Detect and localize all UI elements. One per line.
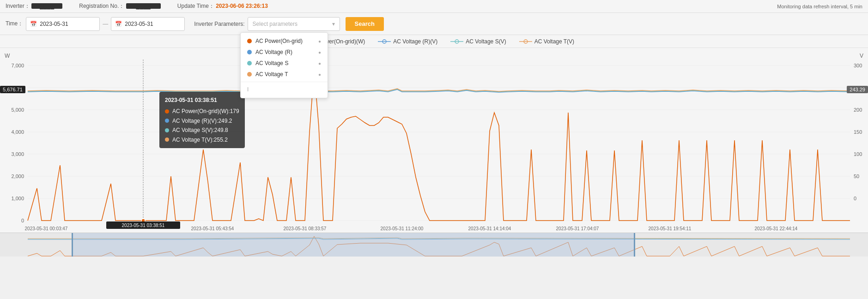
legend-ac-voltage-s: AC Voltage S(V) (450, 38, 506, 45)
tooltip-row-0: AC Power(On-grid)(W): 179 (165, 107, 239, 116)
legend-bar: AC Power(On-grid)(W) AC Voltage (R)(V) A… (0, 35, 868, 48)
dropdown-item-ac-power[interactable]: AC Power(On-grid) ● (241, 36, 328, 47)
mini-chart[interactable] (0, 233, 868, 257)
tooltip-timestamp: 2023-05-31 03:38:51 (165, 96, 239, 105)
search-button[interactable]: Search (346, 17, 384, 31)
calendar-icon-end: 📅 (115, 21, 122, 27)
reg-value: ████ (126, 3, 161, 9)
check-ac-voltage-t: ● (318, 72, 321, 77)
svg-text:300: 300 (854, 63, 862, 68)
reg-label: Registration No.： ████ (79, 2, 161, 10)
dropdown-menu: AC Power(On-grid) ● AC Voltage (R) ● AC … (240, 32, 328, 98)
tooltip-dot-2 (165, 128, 169, 132)
tooltip-row-1: AC Voltage (R)(V): 249.2 (165, 116, 239, 126)
dropdown-label-i: I (247, 86, 249, 93)
svg-text:7,000: 7,000 (11, 63, 24, 68)
dot-ac-voltage-r (247, 50, 252, 54)
legend-label-ac-voltage-r: AC Voltage (R)(V) (393, 38, 437, 45)
date-start-input[interactable]: 📅 2023-05-31 (26, 17, 100, 31)
tooltip-dot-0 (165, 109, 169, 114)
svg-text:1,000: 1,000 (11, 196, 24, 201)
dropdown-item-ac-voltage-r[interactable]: AC Voltage (R) ● (241, 47, 328, 58)
tooltip-label-2: AC Voltage S(V): (172, 126, 214, 135)
check-ac-voltage-r: ● (318, 50, 321, 55)
svg-text:4,000: 4,000 (11, 129, 24, 135)
ac-voltage-s-line (28, 87, 850, 92)
dropdown-item-i[interactable]: I (241, 84, 328, 95)
time-label: Time： (6, 20, 23, 28)
tooltip-row-2: AC Voltage S(V): 249.8 (165, 126, 239, 135)
tooltip-label-0: AC Power(On-grid)(W): (172, 107, 230, 116)
param-select-value: Select parameters (253, 21, 297, 27)
inverter-label: Inverter： ████ (6, 2, 62, 10)
legend-ac-voltage-r: AC Voltage (R)(V) (378, 38, 437, 45)
svg-text:2,000: 2,000 (11, 173, 24, 179)
dot-ac-power (247, 39, 252, 43)
dropdown-item-ac-voltage-t[interactable]: AC Voltage T ● (241, 69, 328, 80)
tooltip-value-2: 249.8 (214, 126, 228, 135)
tooltip-value-3: 255.2 (214, 135, 228, 144)
legend-ac-voltage-t: AC Voltage T(V) (519, 38, 574, 45)
right-value-box: 243.29 (847, 86, 868, 93)
svg-text:200: 200 (854, 107, 862, 113)
tooltip-row-3: AC Voltage T(V): 255.2 (165, 135, 239, 144)
ac-voltage-t-line (28, 87, 850, 91)
legend-line-ac-voltage-r (378, 39, 391, 44)
cursor-x-label: 2023-05-31 03:38:51 (122, 223, 165, 228)
x-tick-2: 2023-05-31 05:43:54 (191, 226, 234, 231)
svg-text:100: 100 (854, 151, 862, 157)
refresh-info: Monitoring data refresh interval, 5 min (777, 4, 862, 9)
tooltip-label-1: AC Voltage (R)(V): (172, 116, 218, 126)
chart-svg: 7,000 6,000 5,000 4,000 3,000 2,000 1,00… (0, 48, 868, 233)
left-value-box: 5,676.71 (0, 86, 25, 93)
ac-power-line (28, 70, 850, 221)
dropdown-item-ac-voltage-s[interactable]: AC Voltage S ● (241, 58, 328, 69)
svg-text:150: 150 (854, 129, 862, 135)
date-separator: — (103, 21, 108, 27)
tooltip-dot-3 (165, 138, 169, 142)
legend-label-ac-voltage-t: AC Voltage T(V) (534, 38, 574, 45)
tooltip-value-0: 179 (230, 107, 239, 116)
x-tick-8: 2023-05-31 22:44:14 (755, 226, 798, 231)
x-tick-6: 2023-05-31 17:04:07 (556, 226, 599, 231)
dropdown-label-ac-voltage-s: AC Voltage S (255, 60, 288, 66)
tooltip-value-1: 249.2 (218, 116, 232, 126)
tooltip-dot-1 (165, 119, 169, 123)
mini-chart-svg (0, 233, 868, 257)
svg-text:5,000: 5,000 (11, 107, 24, 113)
mini-scroll-right (634, 233, 635, 257)
date-start-value: 2023-05-31 (40, 21, 68, 27)
x-tick-7: 2023-05-31 19:54:11 (649, 226, 692, 231)
dropdown-label-ac-voltage-t: AC Voltage T (255, 71, 288, 78)
svg-text:0: 0 (21, 218, 24, 223)
chart-container: W V 5,676.71 243.29 7,000 6,000 5,000 4,… (0, 48, 868, 233)
legend-line-ac-voltage-t (519, 39, 532, 44)
update-time-value: 2023-06-06 23:26:13 (216, 3, 268, 9)
tooltip-box: 2023-05-31 03:38:51 AC Power(On-grid)(W)… (159, 92, 245, 148)
dot-ac-voltage-s (247, 61, 252, 66)
inverter-value: ████ (31, 3, 62, 9)
update-time-label: Update Time： 2023-06-06 23:26:13 (177, 2, 268, 10)
param-select-dropdown[interactable]: Select parameters ▾ (248, 17, 340, 31)
x-tick-4: 2023-05-31 11:24:00 (381, 226, 424, 231)
calendar-icon-start: 📅 (30, 21, 37, 27)
mini-scroll-left (72, 233, 73, 257)
dot-ac-voltage-t (247, 72, 252, 77)
top-bar: Inverter： ████ Registration No.： ████ Up… (0, 0, 868, 13)
svg-text:50: 50 (854, 173, 859, 179)
mini-scroll-handle[interactable] (72, 233, 635, 257)
ac-voltage-r-line (28, 88, 850, 92)
chevron-down-icon: ▾ (332, 21, 335, 27)
x-tick-0: 2023-05-31 00:03:47 (25, 226, 68, 231)
tooltip-label-3: AC Voltage T(V): (172, 135, 214, 144)
svg-text:3,000: 3,000 (11, 151, 24, 157)
date-end-input[interactable]: 📅 2023-05-31 (111, 17, 185, 31)
controls-bar: Time： 📅 2023-05-31 — 📅 2023-05-31 Invert… (0, 13, 868, 35)
x-tick-5: 2023-05-31 14:14:04 (468, 226, 511, 231)
date-end-value: 2023-05-31 (125, 21, 153, 27)
svg-text:0: 0 (854, 196, 856, 201)
legend-line-ac-voltage-s (450, 39, 463, 44)
dropdown-label-ac-voltage-r: AC Voltage (R) (255, 49, 292, 55)
inv-param-label: Inverter Parameters: (194, 21, 244, 27)
check-ac-power: ● (318, 39, 321, 44)
